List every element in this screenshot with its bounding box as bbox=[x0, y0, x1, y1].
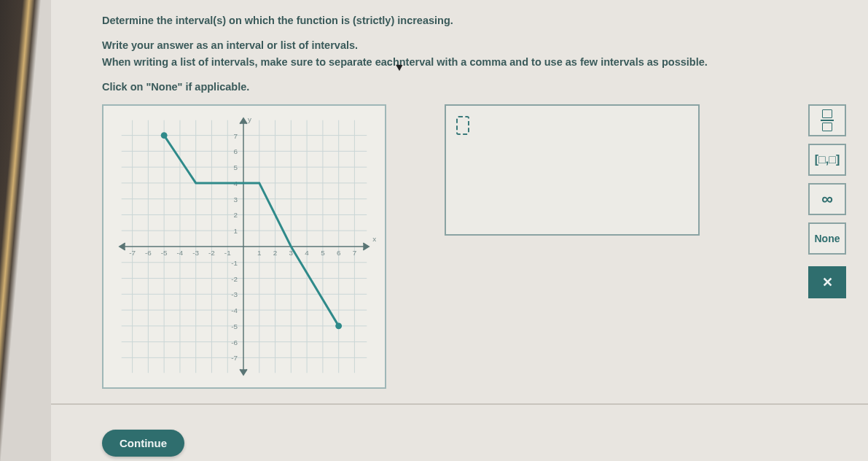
svg-text:2: 2 bbox=[273, 249, 277, 257]
svg-text:7: 7 bbox=[234, 132, 238, 140]
svg-text:-4: -4 bbox=[231, 306, 238, 314]
svg-text:-1: -1 bbox=[224, 249, 231, 257]
continue-button[interactable]: Continue bbox=[102, 430, 184, 457]
photo-left-edge bbox=[0, 0, 51, 461]
infinity-button[interactable]: ∞ bbox=[808, 183, 846, 215]
graph-panel: -7-6-5 -4-3-2 -1 123 456 7 76 54 32 1 -1… bbox=[102, 104, 386, 389]
svg-text:-4: -4 bbox=[177, 249, 184, 257]
svg-text:-5: -5 bbox=[231, 322, 238, 330]
question-line-3: When writing a list of intervals, make s… bbox=[102, 55, 846, 69]
fraction-button[interactable] bbox=[808, 104, 846, 136]
svg-text:1: 1 bbox=[234, 227, 238, 235]
svg-text:7: 7 bbox=[353, 249, 357, 257]
svg-text:4: 4 bbox=[305, 249, 309, 257]
svg-text:-7: -7 bbox=[231, 355, 238, 363]
question-line-3-post: nterval with a comma and to use as few i… bbox=[399, 56, 708, 68]
svg-text:3: 3 bbox=[234, 195, 238, 204]
graph-svg: -7-6-5 -4-3-2 -1 123 456 7 76 54 32 1 -1… bbox=[103, 106, 385, 387]
svg-text:2: 2 bbox=[234, 212, 238, 220]
endpoint-left bbox=[161, 132, 168, 139]
question-line-3-pre: When writing a list of intervals, make s… bbox=[102, 56, 399, 68]
clear-button[interactable]: ✕ bbox=[808, 266, 846, 298]
answer-input-box[interactable] bbox=[445, 104, 700, 236]
fraction-icon bbox=[821, 109, 834, 131]
close-icon: ✕ bbox=[822, 274, 833, 290]
svg-text:-2: -2 bbox=[208, 249, 215, 257]
question-line-2: Write your answer as an interval or list… bbox=[102, 38, 846, 53]
question-line-4: Click on "None" if applicable. bbox=[102, 80, 846, 94]
svg-text:-3: -3 bbox=[231, 290, 238, 298]
interval-button-label: [□,□] bbox=[815, 153, 840, 166]
endpoint-right bbox=[335, 323, 342, 330]
svg-text:5: 5 bbox=[234, 163, 238, 171]
none-button[interactable]: None bbox=[808, 222, 846, 255]
svg-text:-6: -6 bbox=[145, 249, 152, 257]
svg-text:1: 1 bbox=[257, 249, 262, 257]
answer-placeholder-icon bbox=[456, 116, 469, 135]
none-button-label: None bbox=[815, 233, 840, 244]
svg-text:-1: -1 bbox=[231, 259, 238, 267]
svg-text:-2: -2 bbox=[231, 275, 238, 283]
svg-text:6: 6 bbox=[234, 148, 238, 156]
interval-button[interactable]: [□,□] bbox=[808, 144, 846, 176]
svg-text:6: 6 bbox=[337, 249, 341, 257]
svg-text:-7: -7 bbox=[129, 249, 136, 257]
separator-line bbox=[51, 403, 868, 405]
svg-text:-5: -5 bbox=[161, 249, 168, 257]
work-area: -7-6-5 -4-3-2 -1 123 456 7 76 54 32 1 -1… bbox=[102, 104, 846, 389]
svg-text:x: x bbox=[372, 235, 376, 243]
svg-text:5: 5 bbox=[321, 249, 325, 257]
svg-text:-3: -3 bbox=[192, 249, 199, 257]
question-line-1: Determine the interval(s) on which the f… bbox=[102, 13, 846, 28]
tool-palette: [□,□] ∞ None ✕ bbox=[808, 104, 846, 298]
infinity-icon: ∞ bbox=[821, 190, 833, 209]
question-page: Determine the interval(s) on which the f… bbox=[51, 0, 868, 461]
svg-text:-6: -6 bbox=[231, 338, 238, 346]
svg-text:y: y bbox=[248, 115, 251, 123]
